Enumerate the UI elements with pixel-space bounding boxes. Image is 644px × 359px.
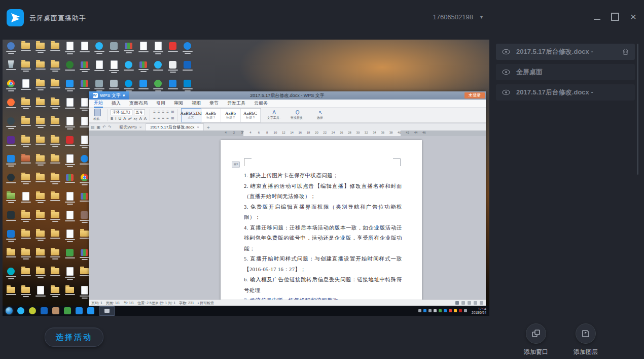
add-window-button[interactable]: 添加窗口 [516, 323, 556, 356]
ribbon-tool: ↖选择 · [312, 110, 330, 120]
desktop-icon [33, 41, 48, 59]
wps-menu-tab: 开始 [94, 100, 103, 108]
doc-paragraph: 1. 解决上传图片卡在保存中状态问题； [244, 171, 402, 181]
desktop-icon [165, 41, 180, 59]
ruler-number: 26 [337, 131, 345, 134]
taskbar-icon [29, 307, 36, 314]
source-list-item[interactable]: 2017.5.17后台修改.docx - [496, 44, 635, 60]
add-layer-icon [581, 329, 590, 338]
desktop-icon [33, 116, 48, 134]
eye-icon[interactable] [502, 49, 510, 55]
style-item: AaBb标题 2 [221, 109, 241, 122]
account-number: 17606502198 [433, 13, 473, 21]
desktop-icon [18, 247, 33, 266]
quick-access-icon: ↷ [108, 125, 112, 129]
source-list-item[interactable]: 2017.5.17后台修改.docx - [496, 84, 635, 101]
style-gallery: AaBbCcDd正文AaBb标题 1AaBb标题 2AaBbC标题 3 [181, 108, 261, 122]
ruler-number: 4 [222, 131, 230, 134]
desktop-icon [4, 210, 18, 228]
desktop-icon [121, 41, 136, 59]
format-glyph: U [119, 116, 122, 121]
maximize-button[interactable] [610, 11, 621, 22]
desktop-icon [33, 78, 48, 96]
desktop-icon [33, 153, 48, 172]
chevron-down-icon: ▾ [480, 14, 483, 20]
system-tray: 17:04 2018/5/24 [418, 307, 486, 314]
window-controls: × [591, 11, 639, 22]
paste-icon [94, 109, 101, 116]
source-label: 2017.5.17后台修改.docx - [516, 47, 593, 56]
tray-icon [459, 309, 462, 312]
tray-icon [423, 309, 426, 312]
format-glyph: A [144, 116, 147, 121]
indent-marker [241, 131, 244, 134]
quick-access-toolbar: ▤▣↶↷ [91, 123, 112, 130]
account-selector[interactable]: 17606502198 ▾ [433, 13, 483, 21]
wps-window: W WPS 文字 ▾ 2017.5.17后台修改.docx - WPS 文字 未… [89, 91, 486, 306]
desktop-icon [48, 41, 62, 59]
ribbon-tool: Q查找替换 · [289, 110, 307, 120]
ruler-number: 22 [321, 131, 329, 134]
titlebar: 云犀桌面直播助手 17606502198 ▾ × [0, 0, 644, 31]
source-list-item[interactable]: 全屏桌面 [496, 64, 635, 80]
paste-button: 粘贴 · [91, 109, 104, 121]
minimize-button[interactable] [591, 11, 602, 22]
wps-menu-tab: 审阅 [174, 100, 183, 107]
desktop-preview[interactable]: W WPS 文字 ▾ 2017.5.17后台修改.docx - WPS 文字 未… [3, 40, 489, 316]
desktop-icon [62, 116, 77, 134]
desktop-icon [48, 229, 62, 247]
document-tab: 2017.5.17后台修改.docx× [146, 123, 203, 130]
desktop-icon [18, 135, 33, 153]
desktop-icon [4, 172, 18, 190]
add-layer-button[interactable]: 添加图层 [566, 323, 605, 356]
desktop-icon [92, 59, 106, 78]
format-glyph: A [139, 116, 141, 121]
ruler-number: 34 [370, 131, 378, 134]
desktop-icon [4, 191, 18, 209]
desktop-icon [4, 135, 18, 153]
sidebar-scrollbar[interactable] [637, 44, 638, 175]
quick-access-icon: ▣ [97, 125, 101, 129]
para-glyph: ≡ [162, 110, 165, 115]
desktop-icon [48, 172, 62, 190]
desktop-icon [48, 266, 62, 284]
eye-icon[interactable] [502, 89, 510, 95]
format-glyph: I [115, 116, 116, 121]
trash-icon[interactable] [622, 48, 629, 55]
para-glyph: ≡ [162, 116, 165, 121]
wps-menu-tab: 云服务 [254, 100, 268, 107]
document-area: ▤▾ 1. 解决上传图片卡在保存中状态问题；2. 结束直播的活动可以点击【编辑直… [89, 136, 486, 300]
style-item: AaBbC标题 3 [241, 109, 261, 122]
desktop-icon [48, 210, 62, 228]
view-mode-icons [455, 301, 483, 305]
tray-icon [428, 309, 432, 312]
desktop-icon [18, 97, 33, 115]
para-glyph: ≡ [158, 110, 160, 115]
new-tab-button: + [204, 125, 213, 130]
desktop-icon [48, 59, 62, 78]
eye-icon[interactable] [502, 69, 510, 75]
desktop-icon [62, 78, 77, 96]
taskbar-icon [41, 307, 48, 314]
ruler-number: 40 [395, 131, 403, 134]
select-activity-button[interactable]: 选择活动 [45, 328, 103, 347]
desktop-icon [4, 78, 18, 96]
doc-paragraph: 6. 输入框及广告位链接跳转后信息丢失问题：链接地址中特殊符号处理 [244, 275, 402, 296]
desktop-icon [4, 59, 18, 78]
ruler-number: 36 [379, 131, 387, 134]
desktop-icon [33, 210, 48, 228]
wps-menu-tab: 开发工具 [227, 100, 245, 107]
ruler-number: 16 [296, 131, 304, 134]
desktop-icon [18, 41, 33, 59]
desktop-icon [4, 116, 18, 134]
close-button[interactable]: × [628, 11, 639, 22]
wps-titlebar: W WPS 文字 ▾ 2017.5.17后台修改.docx - WPS 文字 未… [89, 91, 486, 100]
ruler-number: 30 [354, 131, 362, 134]
taskbar-icon [76, 307, 83, 314]
desktop-icon [136, 59, 151, 78]
style-item: AaBb标题 1 [201, 109, 221, 122]
margin-mark-right [393, 158, 401, 166]
desktop-icon [77, 41, 92, 59]
desktop-icon [33, 135, 48, 153]
app-window: 云犀桌面直播助手 17606502198 ▾ × W WPS 文字 ▾ 2017… [0, 0, 644, 359]
